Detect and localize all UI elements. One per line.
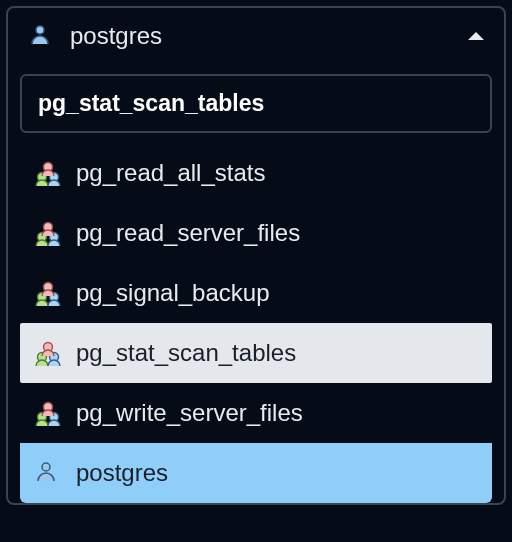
option-pg-signal-backup[interactable]: pg_signal_backup [20,263,492,323]
role-select: postgres pg_stat_scan_tables pg_read_all… [6,6,506,505]
group-role-icon [34,220,62,246]
option-label: pg_stat_scan_tables [76,339,296,367]
option-pg-read-server-files[interactable]: pg_read_server_files [20,203,492,263]
select-dropdown: pg_stat_scan_tables pg_read_all_stats pg… [8,64,504,503]
group-role-icon [34,340,62,366]
search-value: pg_stat_scan_tables [38,90,264,116]
select-current-label: postgres [70,22,468,50]
option-label: pg_signal_backup [76,279,270,307]
option-label: postgres [76,459,168,487]
user-icon [34,460,62,486]
user-icon [28,23,56,49]
group-role-icon [34,400,62,426]
search-input[interactable]: pg_stat_scan_tables [20,74,492,133]
option-label: pg_write_server_files [76,399,303,427]
chevron-up-icon [468,32,484,40]
group-role-icon [34,280,62,306]
option-postgres[interactable]: postgres [20,443,492,503]
group-role-icon [34,160,62,186]
option-label: pg_read_all_stats [76,159,265,187]
select-header[interactable]: postgres [8,8,504,64]
option-pg-write-server-files[interactable]: pg_write_server_files [20,383,492,443]
option-pg-read-all-stats[interactable]: pg_read_all_stats [20,143,492,203]
options-list: pg_read_all_stats pg_read_server_files p… [20,143,492,503]
option-pg-stat-scan-tables[interactable]: pg_stat_scan_tables [20,323,492,383]
option-label: pg_read_server_files [76,219,300,247]
